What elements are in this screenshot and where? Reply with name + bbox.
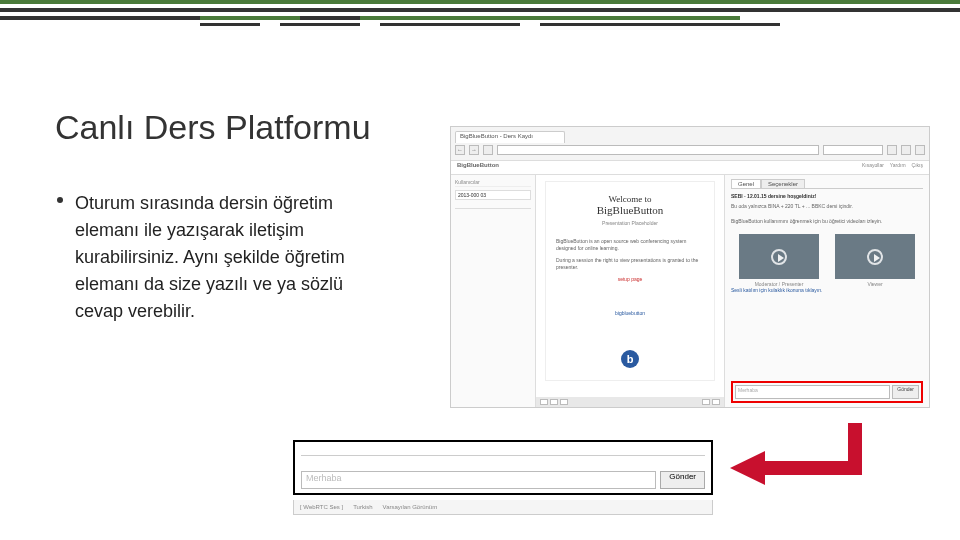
- chat-zoom-header: [301, 444, 705, 456]
- nav-forward-icon[interactable]: →: [469, 145, 479, 155]
- slide-title-2: BigBlueButton: [597, 204, 664, 216]
- slide-link[interactable]: setup page: [618, 276, 643, 282]
- chat-welcome-bold: SEBI - 12.01.15 dersine hoşgeldiniz!: [731, 193, 923, 199]
- next-slide-icon[interactable]: [560, 399, 568, 405]
- nav-back-icon[interactable]: ←: [455, 145, 465, 155]
- slide-card: Welcome to BigBlueButton Presentation Pl…: [545, 181, 715, 381]
- prev-slide-icon[interactable]: [550, 399, 558, 405]
- brand-link[interactable]: bigbluebutton: [615, 310, 645, 317]
- footer-lang[interactable]: Turkish: [353, 504, 372, 510]
- presentation-panel: Welcome to BigBlueButton Presentation Pl…: [536, 175, 724, 407]
- exit-link[interactable]: Çıkış: [912, 162, 923, 173]
- app-footer: [ WebRTC Ses ] Turkish Varsayılan Görünü…: [293, 500, 713, 515]
- bbb-logo-icon: b: [621, 350, 639, 368]
- chat-input[interactable]: Merhaba: [735, 385, 890, 399]
- slide-top-border: [0, 0, 960, 26]
- users-panel-title: Kullanıcılar: [455, 179, 531, 187]
- app-header: BigBlueButton Kısayollar Yardım Çıkış: [451, 161, 929, 175]
- tutorial-thumbnail[interactable]: [739, 234, 819, 279]
- menu-icon[interactable]: [915, 145, 925, 155]
- search-bar[interactable]: [823, 145, 883, 155]
- home-icon[interactable]: [483, 145, 493, 155]
- download-icon[interactable]: [901, 145, 911, 155]
- app-title: BigBlueButton: [457, 162, 499, 173]
- bullet-item: Oturum sırasında dersin öğretim elemanı …: [75, 190, 365, 325]
- embedded-screenshot: BigBlueButton - Ders Kaydı ← → BigBlueBu…: [450, 126, 930, 408]
- chat-tab-general[interactable]: Genel: [731, 179, 761, 188]
- chat-input-highlight: Merhaba Gönder: [731, 381, 923, 403]
- upload-icon[interactable]: [540, 399, 548, 405]
- slide-heading: Canlı Ders Platformu: [55, 108, 371, 147]
- chat-input-zoom[interactable]: Merhaba: [301, 471, 656, 489]
- address-bar[interactable]: [497, 145, 819, 155]
- play-icon: [771, 249, 787, 265]
- chat-text: BigBlueButton kullanımını öğrenmek için …: [731, 218, 923, 225]
- bookmark-icon[interactable]: [887, 145, 897, 155]
- slide-title-1: Welcome to: [608, 194, 651, 204]
- footer-layout[interactable]: Varsayılan Görünüm: [383, 504, 438, 510]
- zoom-icon[interactable]: [712, 399, 720, 405]
- slide-subtitle: Presentation Placeholder: [602, 220, 658, 226]
- chat-zoom-callout: Merhaba Gönder: [293, 440, 713, 495]
- fit-icon[interactable]: [702, 399, 710, 405]
- bullet-dot-icon: [57, 197, 63, 203]
- audio-join-hint: Sesli katılım için kulaklık ikonuna tıkl…: [731, 287, 923, 293]
- browser-tab[interactable]: BigBlueButton - Ders Kaydı: [455, 131, 565, 143]
- browser-chrome: BigBlueButton - Ders Kaydı ← →: [451, 127, 929, 161]
- slide-paragraph: During a session the right to view prese…: [556, 257, 704, 270]
- chat-text: Bu oda yalnızca BINA + 220 TL + ... BBKC…: [731, 203, 923, 210]
- help-link[interactable]: Yardım: [890, 162, 906, 173]
- slide-paragraph: BigBlueButton is an open source web conf…: [556, 238, 704, 251]
- user-entry[interactable]: 2013-000 03: [455, 190, 531, 200]
- bullet-text: Oturum sırasında dersin öğretim elemanı …: [75, 193, 345, 321]
- shortcut-link[interactable]: Kısayollar: [862, 162, 884, 173]
- presentation-controls: [536, 397, 724, 407]
- tutorial-thumbnail[interactable]: [835, 234, 915, 279]
- send-button[interactable]: Gönder: [892, 385, 919, 399]
- send-button-zoom[interactable]: Gönder: [660, 471, 705, 489]
- chat-panel: Genel Seçenekler SEBI - 12.01.15 dersine…: [724, 175, 929, 407]
- users-panel: Kullanıcılar 2013-000 03: [451, 175, 536, 407]
- play-icon: [867, 249, 883, 265]
- footer-audio: [ WebRTC Ses ]: [300, 504, 343, 510]
- callout-arrow-icon: [725, 423, 865, 503]
- chat-tab-options[interactable]: Seçenekler: [761, 179, 805, 188]
